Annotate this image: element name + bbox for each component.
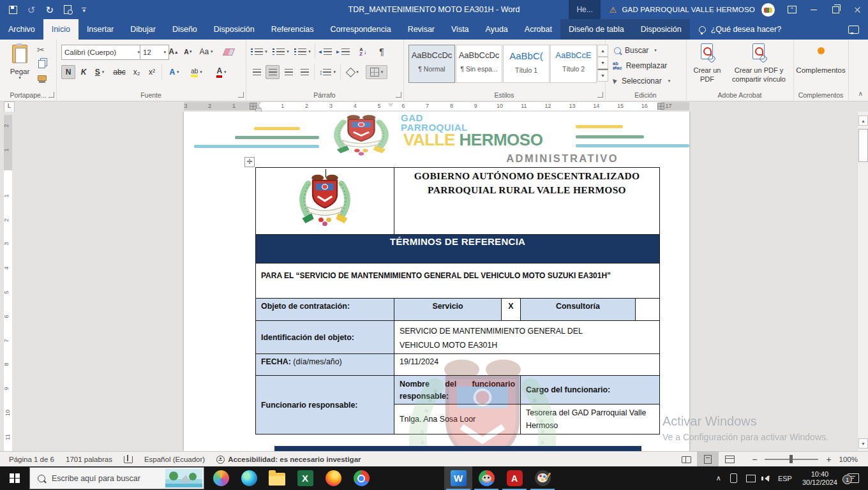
save-icon[interactable] xyxy=(9,6,17,14)
org-title-cell[interactable]: GOBIERNO AUTÓNOMO DESCENTRALIZADO PARROQ… xyxy=(394,168,660,235)
align-left-button[interactable] xyxy=(250,65,264,79)
tray-volume-muted-icon[interactable] xyxy=(760,466,774,490)
font-dialog-launcher[interactable] xyxy=(238,92,244,98)
replace-button[interactable]: ab⇄ac Reemplazar xyxy=(613,61,667,70)
change-case-button[interactable]: Aa▾ xyxy=(198,45,214,59)
scrollbar-thumb[interactable] xyxy=(858,129,868,162)
indent-marker[interactable] xyxy=(388,103,393,107)
font-color-button[interactable]: A▾ xyxy=(211,65,232,79)
tab-archivo[interactable]: Archivo xyxy=(0,19,43,40)
fecha-label-cell[interactable]: FECHA: (día/mes/año) xyxy=(256,354,394,376)
tab-disposicion-tabla[interactable]: Disposición xyxy=(632,19,690,40)
taskbar-paint-button[interactable] xyxy=(528,466,557,490)
tab-acrobat[interactable]: Acrobat xyxy=(516,19,560,40)
nombre-value-cell[interactable]: Tnlga. Ana Sosa Loor xyxy=(394,405,521,434)
taskbar-chrome-button[interactable] xyxy=(347,466,375,490)
language-indicator[interactable]: Español (Ecuador) xyxy=(138,452,211,467)
tab-vista[interactable]: Vista xyxy=(443,19,477,40)
objeto-label-cell[interactable]: Objeto de contratación: xyxy=(256,299,394,321)
increase-indent-button[interactable]: ► xyxy=(335,45,350,59)
tray-device-icon[interactable] xyxy=(726,466,742,490)
style-sin-espaciado[interactable]: AaBbCcDc ¶ Sin espa... xyxy=(456,45,502,83)
table-move-handle[interactable]: ✛ xyxy=(244,157,255,167)
print-preview-icon[interactable] xyxy=(64,5,71,14)
collapse-ribbon-icon[interactable]: ∧ xyxy=(858,90,863,97)
taskbar-word-button[interactable]: W xyxy=(444,466,472,490)
align-center-button[interactable] xyxy=(266,65,280,79)
tab-dibujar[interactable]: Dibujar xyxy=(122,19,164,40)
grow-font-button[interactable]: A▲ xyxy=(167,45,181,59)
ribbon-display-options-button[interactable]: ^ xyxy=(781,0,803,19)
styles-dialog-launcher[interactable] xyxy=(597,92,603,98)
vertical-scrollbar[interactable]: ▲ ▼ xyxy=(857,112,868,451)
org-logo-cell[interactable] xyxy=(256,168,394,235)
tray-clock[interactable]: 10:40 30/12/2024 xyxy=(797,470,843,487)
tray-show-hidden-icons[interactable]: ∧ xyxy=(712,466,726,490)
servicio-cell[interactable]: Servicio xyxy=(394,299,502,321)
clear-formatting-button[interactable] xyxy=(221,45,236,59)
clipboard-dialog-launcher[interactable] xyxy=(49,92,54,98)
tab-referencias[interactable]: Referencias xyxy=(263,19,322,40)
tab-selector[interactable]: L xyxy=(4,101,15,112)
taskbar-copilot-button[interactable] xyxy=(207,466,235,490)
minimize-button[interactable] xyxy=(803,0,825,19)
tab-disposicion[interactable]: Disposición xyxy=(206,19,263,40)
zoom-slider-thumb[interactable] xyxy=(789,455,793,463)
word-count[interactable]: 1701 palabras xyxy=(60,452,118,467)
close-button[interactable] xyxy=(846,0,868,19)
shrink-font-button[interactable]: A▼ xyxy=(182,45,195,59)
line-spacing-button[interactable]: ↕▾ xyxy=(317,65,338,79)
addins-button[interactable] xyxy=(793,47,848,54)
paste-button[interactable]: Pegar ▾ xyxy=(6,45,33,80)
tray-notifications-button[interactable]: 1 xyxy=(843,466,868,490)
tab-diseno[interactable]: Diseño xyxy=(164,19,206,40)
justify-button[interactable] xyxy=(297,65,311,79)
paragraph-dialog-launcher[interactable] xyxy=(396,92,401,98)
decrease-indent-button[interactable]: ◄ xyxy=(317,45,333,59)
strikethrough-button[interactable]: abc xyxy=(111,65,128,79)
text-effects-button[interactable]: A▾ xyxy=(165,65,184,79)
bullets-button[interactable]: ▾ xyxy=(250,45,269,59)
accessibility-status[interactable]: Accesibilidad: es necesario investigar xyxy=(211,452,366,467)
read-mode-button[interactable] xyxy=(675,452,697,467)
align-right-button[interactable] xyxy=(281,65,296,79)
sort-button[interactable]: AZ↓ xyxy=(354,45,372,59)
cut-icon[interactable]: ✂ xyxy=(37,45,45,55)
copy-icon[interactable] xyxy=(38,60,45,68)
customize-quick-access-icon[interactable]: ▾ xyxy=(82,8,86,12)
tray-network-icon[interactable] xyxy=(742,466,760,490)
page-indicator[interactable]: Página 1 de 6 xyxy=(0,452,60,467)
tab-insertar[interactable]: Insertar xyxy=(79,19,122,40)
section-header-cell[interactable]: TÉRMINOS DE REFERENCIA xyxy=(256,235,660,264)
contextual-tools-header[interactable]: He... xyxy=(569,0,600,19)
start-button[interactable] xyxy=(0,466,29,490)
comment-icon[interactable] xyxy=(848,26,859,34)
zoom-level[interactable]: 100% xyxy=(834,456,868,463)
tab-diseno-de-tabla[interactable]: Diseño de tabla xyxy=(560,19,632,40)
underline-button[interactable]: S▾ xyxy=(91,65,108,79)
undo-icon[interactable]: ↺ xyxy=(27,5,36,15)
taskbar-edge-button[interactable] xyxy=(235,466,263,490)
tab-ayuda[interactable]: Ayuda xyxy=(477,19,516,40)
shading-button[interactable]: ▾ xyxy=(343,65,363,79)
create-pdf-button[interactable]: Crear un PDF xyxy=(690,43,724,84)
borders-button[interactable]: ▾ xyxy=(366,65,387,79)
subject-cell[interactable]: PARA EL “SERVICIO DE MANTENMIMIENTO GENE… xyxy=(256,264,660,299)
style-normal[interactable]: AaBbCcDc ¶ Normal xyxy=(408,45,455,83)
ident-label-cell[interactable]: Identificación del objeto: xyxy=(256,321,394,354)
find-button[interactable]: Buscar▾ xyxy=(614,46,657,55)
font-size-combo[interactable]: 12▾ xyxy=(140,45,169,60)
format-painter-icon[interactable] xyxy=(38,75,47,81)
ident-value-cell[interactable]: SERVICIO DE MANTENMIMIENTO GENERAL DEL V… xyxy=(394,321,660,354)
zoom-slider[interactable] xyxy=(765,459,818,459)
style-titulo-2[interactable]: AaBbCcE Título 2 xyxy=(550,45,597,83)
table-column-marker[interactable] xyxy=(250,103,256,109)
taskbar-gimp-button[interactable] xyxy=(472,466,500,490)
tab-revisar[interactable]: Revisar xyxy=(400,19,443,40)
avatar[interactable] xyxy=(761,3,775,17)
style-titulo-1[interactable]: AaBbC( Título 1 xyxy=(503,45,550,83)
x-mark-cell[interactable]: X xyxy=(502,299,521,321)
font-family-combo[interactable]: Calibri (Cuerpo)▾ xyxy=(61,45,143,60)
funcionario-label-cell[interactable]: Funcionario responsable: xyxy=(256,376,394,434)
taskbar-file-explorer-button[interactable] xyxy=(263,466,291,490)
